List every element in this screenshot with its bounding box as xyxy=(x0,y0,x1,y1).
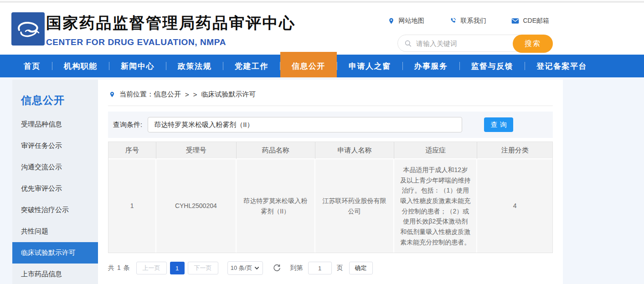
sidebar-item-accepted-varieties[interactable]: 受理品种信息 xyxy=(12,114,98,135)
cell-applicant: 江苏联环药业股份有限公司 xyxy=(315,159,394,253)
col-header-seq: 序号 xyxy=(108,142,156,159)
brand-block: 国家药品监督管理局药品审评中心 CENTER FOR DRUG EVALUATI… xyxy=(46,13,296,47)
total-count: 共 1 条 xyxy=(108,264,130,272)
sidebar: 信息公开 受理品种信息 审评任务公示 沟通交流公示 优先审评公示 突破性治疗公示… xyxy=(12,80,98,284)
page: 国家药品监督管理局药品审评中心 CENTER FOR DRUG EVALUATI… xyxy=(0,0,644,284)
breadcrumb-separator: > xyxy=(193,91,197,98)
nav-item-info-disclosure[interactable]: 信息公开 xyxy=(280,52,337,77)
query-button[interactable]: 查询 xyxy=(484,117,513,132)
search-icon xyxy=(404,40,412,47)
query-bar: 查询条件: 查询 xyxy=(108,112,553,138)
sidebar-item-communication[interactable]: 沟通交流公示 xyxy=(12,157,98,178)
page-size-value: 10 条/页 xyxy=(231,264,252,272)
nav-item-registration-platform[interactable]: 登记备案平台 xyxy=(525,55,598,77)
cell-reg-class: 4 xyxy=(477,159,552,253)
nav-item-services[interactable]: 办事服务 xyxy=(403,55,459,77)
pagination: 共 1 条 上一页 1 下一页 10 条/页 xyxy=(108,261,553,275)
main-nav: 首页 机构职能 新闻中心 政策法规 党建工作 信息公开 申请人之窗 办事服务 监… xyxy=(0,55,644,77)
sidebar-item-common-issues[interactable]: 共性问题 xyxy=(12,221,98,242)
sitemap-label: 网站地图 xyxy=(398,17,424,25)
envelope-icon xyxy=(511,18,519,24)
sidebar-title: 信息公开 xyxy=(21,93,98,107)
table-row: 1 CYHL2500204 茚达特罗莫米松吸入粉雾剂（II） 江苏联环药业股份有… xyxy=(108,159,552,253)
site-title: 国家药品监督管理局药品审评中心 xyxy=(46,13,296,34)
location-pin-icon xyxy=(109,91,115,98)
nav-item-supervision[interactable]: 监督与反馈 xyxy=(460,55,525,77)
col-header-applicant: 申请人名称 xyxy=(315,142,394,159)
page-number-button[interactable]: 1 xyxy=(170,262,185,274)
nav-item-functions[interactable]: 机构职能 xyxy=(52,55,109,77)
confirm-button[interactable]: 确定 xyxy=(349,262,373,274)
col-header-drug-name: 药品名称 xyxy=(237,142,315,159)
prev-page-button[interactable]: 上一页 xyxy=(136,262,167,274)
goto-page-label: 到第 xyxy=(290,264,303,272)
col-header-indication: 适应症 xyxy=(394,142,477,159)
goto-page-input[interactable] xyxy=(308,262,332,274)
nav-item-party[interactable]: 党建工作 xyxy=(223,55,280,77)
content-container: 信息公开 受理品种信息 审评任务公示 沟通交流公示 优先审评公示 突破性治疗公示… xyxy=(12,80,563,284)
table-header-row: 序号 受理号 药品名称 申请人名称 适应症 注册分类 xyxy=(108,142,552,159)
query-input[interactable] xyxy=(148,117,462,132)
page-background: 信息公开 受理品种信息 审评任务公示 沟通交流公示 优先审评公示 突破性治疗公示… xyxy=(0,77,644,284)
sidebar-item-marketed-drugs[interactable]: 上市药品信息 xyxy=(12,264,98,284)
sidebar-item-breakthrough-therapy[interactable]: 突破性治疗公示 xyxy=(12,199,98,221)
sidebar-item-clinical-trial-implied-license[interactable]: 临床试验默示许可 xyxy=(12,242,98,264)
search-button[interactable]: 搜索 xyxy=(513,35,553,53)
breadcrumb: 当前位置：信息公开 > > 临床试验默示许可 xyxy=(108,80,553,106)
page-size-select[interactable]: 10 条/页 xyxy=(227,261,263,275)
quick-links: 网站地图 联系我们 CDE邮箱 xyxy=(388,17,549,25)
nav-item-home[interactable]: 首页 xyxy=(12,55,52,77)
fish-swirl-icon xyxy=(15,17,42,41)
contact-label: 联系我们 xyxy=(460,17,486,25)
contact-link[interactable]: 联系我们 xyxy=(449,17,486,25)
nav-item-news[interactable]: 新闻中心 xyxy=(109,55,166,77)
sidebar-item-review-tasks[interactable]: 审评任务公示 xyxy=(12,135,98,157)
results-table: 序号 受理号 药品名称 申请人名称 适应症 注册分类 1 CYHL2500204 xyxy=(108,142,553,253)
breadcrumb-root[interactable]: 信息公开 xyxy=(154,90,181,99)
col-header-acceptance-no: 受理号 xyxy=(156,142,236,159)
cell-indication: 本品适用于成人和12岁及以上青少年哮喘的维持治疗。包括：（1）使用吸入性糖皮质激… xyxy=(394,159,477,253)
cell-drug-name: 茚达特罗莫米松吸入粉雾剂（II） xyxy=(237,159,315,253)
sidebar-item-priority-review[interactable]: 优先审评公示 xyxy=(12,178,98,199)
cell-seq: 1 xyxy=(108,159,156,253)
main-panel: 当前位置：信息公开 > > 临床试验默示许可 查询条件: 查询 xyxy=(98,80,563,284)
breadcrumb-label: 当前位置： xyxy=(119,90,154,99)
col-header-reg-class: 注册分类 xyxy=(477,142,552,159)
nav-item-applicant-window[interactable]: 申请人之窗 xyxy=(337,55,402,77)
goto-page-unit: 页 xyxy=(337,264,343,272)
breadcrumb-current: 临床试验默示许可 xyxy=(201,90,256,99)
next-page-button[interactable]: 下一页 xyxy=(188,262,218,274)
query-label: 查询条件: xyxy=(113,121,142,129)
location-pin-icon xyxy=(388,17,395,25)
breadcrumb-separator: > xyxy=(185,91,189,98)
site-subtitle: CENTER FOR DRUG EVALUATION, NMPA xyxy=(46,37,296,47)
site-header: 国家药品监督管理局药品审评中心 CENTER FOR DRUG EVALUATI… xyxy=(0,3,644,55)
phone-icon xyxy=(449,17,457,25)
site-search: 搜索 xyxy=(397,35,553,52)
chevron-down-icon xyxy=(254,266,259,270)
nav-item-policies[interactable]: 政策法规 xyxy=(166,55,223,77)
cde-logo xyxy=(11,12,45,46)
refresh-icon[interactable] xyxy=(273,264,281,273)
sitemap-link[interactable]: 网站地图 xyxy=(388,17,424,25)
cde-mail-link[interactable]: CDE邮箱 xyxy=(511,17,549,25)
cell-acceptance-no: CYHL2500204 xyxy=(156,159,236,253)
cde-mail-label: CDE邮箱 xyxy=(523,17,549,25)
